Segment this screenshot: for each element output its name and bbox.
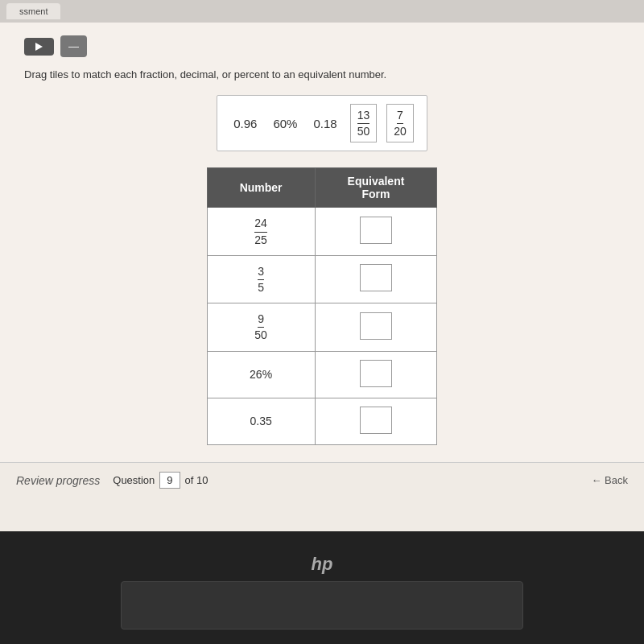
laptop-outer: ssment — Drag tiles to match each fracti… [0,0,644,644]
play-button[interactable] [24,38,54,56]
numerator: 9 [258,312,264,328]
equivalents-table: Number Equivalent Form 24 25 [207,167,438,444]
number-cell-0: 24 25 [207,208,315,255]
denominator: 25 [254,233,267,247]
bottom-bar: Review progress Question 9 of 10 ← Back [0,462,644,497]
answer-box-4[interactable] [360,407,392,434]
tiles-box: 0.96 60% 0.18 13 50 7 20 [217,95,427,151]
number-cell-1: 3 5 [207,255,315,303]
number-cell-2: 9 50 [207,303,315,351]
tile-3-numerator: 13 [357,108,370,124]
fraction-24-25: 24 25 [240,216,283,246]
answer-box-0[interactable] [360,217,392,244]
fraction-3-5: 3 5 [240,264,283,295]
review-progress-label: Review progress [16,474,100,487]
answer-cell-2[interactable] [315,303,437,351]
tile-0[interactable]: 0.96 [230,115,260,132]
answer-cell-1[interactable] [315,255,437,303]
hp-logo: hp [312,554,333,575]
tile-4-denominator: 20 [394,124,407,138]
denominator: 50 [254,328,267,342]
screen: ssment — Drag tiles to match each fracti… [0,0,644,644]
tab-bar: ssment [0,0,644,23]
back-label: ← Back [591,474,628,486]
answer-box-3[interactable] [360,360,392,387]
tab-label: ssment [19,6,47,16]
numerator: 3 [258,264,264,280]
table-row: 9 50 [207,303,437,351]
table-row: 3 5 [207,255,437,303]
table-row: 26% [207,351,437,398]
tile-4[interactable]: 7 20 [386,104,414,142]
browser-tab: ssment [6,3,60,19]
back-button[interactable]: ← Back [591,474,628,486]
table-row: 0.35 [207,398,437,444]
denominator: 5 [258,280,264,295]
answer-cell-3[interactable] [315,351,437,398]
laptop-bottom: hp [0,531,644,644]
numerator: 24 [254,216,267,232]
answer-cell-0[interactable] [315,208,437,255]
header-number: Number [207,168,315,208]
number-cell-3: 26% [207,351,315,398]
tile-3-denominator: 50 [357,124,370,138]
instructions-text: Drag tiles to match each fraction, decim… [24,68,386,80]
header-equivalent: Equivalent Form [315,168,437,208]
table-row: 24 25 [207,208,437,255]
tiles-container: 0.96 60% 0.18 13 50 7 20 [24,95,620,151]
question-number: 9 [159,472,180,489]
number-cell-4: 0.35 [207,398,315,444]
tile-3[interactable]: 13 50 [350,104,378,142]
tile-2[interactable]: 0.18 [310,115,340,132]
table-container: Number Equivalent Form 24 25 [24,167,620,444]
fraction-9-50: 9 50 [240,312,283,342]
tile-4-numerator: 7 [397,108,403,124]
nav-button[interactable]: — [60,35,87,57]
keyboard-area [121,581,523,630]
monitor-screen: ssment — Drag tiles to match each fracti… [0,0,644,531]
of-label: of 10 [185,474,208,486]
answer-box-1[interactable] [360,264,392,291]
tile-1[interactable]: 60% [270,115,300,132]
toolbar: — [24,35,620,57]
content-area: — Drag tiles to match each fraction, dec… [0,23,644,497]
instructions: Drag tiles to match each fraction, decim… [24,68,620,80]
question-info: Question 9 of 10 [113,472,208,489]
answer-cell-4[interactable] [315,398,437,444]
play-icon [35,43,43,51]
review-progress-button[interactable]: Review progress [16,474,100,487]
question-label: Question [113,474,155,486]
answer-box-2[interactable] [360,312,392,340]
